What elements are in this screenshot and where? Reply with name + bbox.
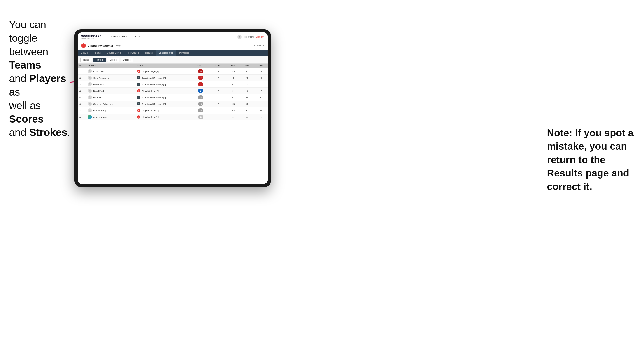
- col-header-team: TEAM: [136, 64, 192, 68]
- tournament-title-area: C Clippd Invitational (Men): [81, 43, 122, 48]
- tab-results[interactable]: Results: [142, 50, 156, 56]
- team-logo-icon: C: [137, 89, 140, 92]
- total-cell: +11: [192, 114, 210, 120]
- player-name: David Ford: [93, 90, 104, 92]
- tab-teams[interactable]: Teams: [91, 50, 104, 56]
- col-header-player: PLAYER: [86, 64, 136, 68]
- top-nav: SCOREBOARD Powered by clippd TOURNAMENTS…: [78, 32, 268, 41]
- table-row: 2 Chris Robertson S Scoreboard Universit…: [78, 75, 268, 81]
- score-badge: -2: [198, 82, 204, 86]
- user-name: Test User |: [243, 36, 254, 38]
- tab-leaderboards[interactable]: Leaderboards: [156, 50, 176, 56]
- total-cell: +6: [192, 101, 210, 107]
- logo-text: SCOREBOARD: [81, 35, 101, 37]
- sub-nav: Details Teams Course Setup Tee Groups Re…: [78, 50, 268, 56]
- team-cell: S Scoreboard University [A]: [136, 101, 192, 107]
- rd1-cell: +5: [226, 101, 240, 107]
- player-name: Rees Britt: [93, 96, 103, 99]
- score-badge: +1: [198, 95, 204, 99]
- player-cell: Rich Butler: [86, 81, 136, 88]
- leaderboard-table: # PLAYER TEAM TOTAL THRU RD1 RD2 RD3 1 E…: [78, 64, 268, 184]
- rank-cell: 8: [78, 114, 86, 120]
- team-cell: C Clippd College [A]: [136, 107, 192, 114]
- tab-course-setup[interactable]: Course Setup: [104, 50, 124, 56]
- nav-teams[interactable]: TEAMS: [130, 34, 143, 39]
- cancel-button[interactable]: Cancel ✕: [254, 44, 264, 47]
- player-name: Elliot Ebert: [93, 70, 104, 73]
- table-row: 4 David Ford C Clippd College [A] E F +1…: [78, 88, 268, 94]
- table-row: 3 Rich Butler S Scoreboard University [A…: [78, 81, 268, 88]
- toggle-strokes-button[interactable]: Strokes: [120, 58, 133, 62]
- col-header-thru: THRU: [210, 64, 227, 68]
- player-cell: Cameron Robertson: [86, 101, 136, 107]
- player-cell: Marcus Turners: [86, 114, 136, 120]
- team-name: Scoreboard University [A]: [142, 77, 166, 79]
- svg-point-2: [90, 77, 90, 78]
- tab-printables[interactable]: Printables: [176, 50, 192, 56]
- nav-right: Test User | Sign out: [238, 35, 264, 39]
- clippd-logo-icon: C: [81, 43, 86, 48]
- tab-details[interactable]: Details: [78, 50, 91, 56]
- team-logo-icon: S: [137, 76, 140, 79]
- col-header-rd2: RD2: [240, 64, 254, 68]
- total-cell: +1: [192, 94, 210, 101]
- team-cell: C Clippd College [A]: [136, 114, 192, 120]
- avatar: [88, 89, 92, 93]
- avatar: [88, 82, 92, 86]
- rank-cell: 5: [78, 94, 86, 101]
- avatar: [88, 108, 92, 113]
- player-name: Cameron Robertson: [93, 103, 113, 105]
- table-row: 5 Rees Britt S Scoreboard University [A]…: [78, 94, 268, 101]
- team-logo-icon: C: [137, 70, 140, 73]
- table-row: 7 Blair McHarg C Clippd College [A] +8 F…: [78, 107, 268, 114]
- thru-cell: F: [210, 68, 227, 75]
- score-badge: +6: [198, 102, 204, 106]
- team-name: Clippd College [A]: [142, 70, 159, 73]
- left-annotation: You can toggle between Teams and Players…: [9, 18, 77, 139]
- player-cell: Elliot Ebert: [86, 68, 136, 75]
- toggle-players-button[interactable]: Players: [93, 58, 106, 62]
- nav-tournaments[interactable]: TOURNAMENTS: [106, 34, 129, 39]
- rd3-cell: -5: [254, 68, 268, 75]
- rank-cell: 3: [78, 81, 86, 88]
- tablet-frame: SCOREBOARD Powered by clippd TOURNAMENTS…: [74, 29, 271, 187]
- score-badge: +8: [198, 108, 204, 113]
- nav-links: TOURNAMENTS TEAMS: [106, 34, 237, 39]
- thru-cell: F: [210, 107, 227, 114]
- thru-cell: F: [210, 75, 227, 81]
- tab-tee-groups[interactable]: Tee Groups: [124, 50, 142, 56]
- rd2-cell: -4: [240, 88, 254, 94]
- player-name: Marcus Turners: [93, 116, 108, 118]
- team-name: Scoreboard University [A]: [142, 96, 166, 99]
- right-annotation: Note: If you spot a mistake, you can ret…: [547, 126, 637, 193]
- col-header-rd3: RD3: [254, 64, 268, 68]
- score-badge: -4: [198, 76, 204, 80]
- sign-out-link[interactable]: Sign out: [256, 36, 264, 38]
- thru-cell: F: [210, 94, 227, 101]
- rd3-cell: E: [254, 94, 268, 101]
- tournament-name: Clippd Invitational (Men): [88, 44, 122, 47]
- logo-sub: Powered by clippd: [81, 37, 101, 39]
- table-row: 8 Marcus Turners C Clippd College [A] +1…: [78, 114, 268, 120]
- thru-cell: F: [210, 114, 227, 120]
- toggle-teams-button[interactable]: Teams: [80, 58, 92, 62]
- thru-cell: F: [210, 88, 227, 94]
- thru-cell: F: [210, 81, 227, 88]
- rd1-cell: +1: [226, 94, 240, 101]
- svg-point-7: [90, 110, 90, 111]
- score-badge: E: [198, 89, 204, 93]
- svg-point-5: [90, 96, 90, 98]
- player-name: Blair McHarg: [93, 109, 106, 112]
- rd2-cell: E: [240, 94, 254, 101]
- col-header-total: TOTAL: [192, 64, 210, 68]
- rank-cell: 6: [78, 101, 86, 107]
- toggle-scores-button[interactable]: Scores: [107, 58, 119, 62]
- rd3-cell: +2: [254, 114, 268, 120]
- player-cell: Chris Robertson: [86, 75, 136, 81]
- rd1-cell: -5: [226, 75, 240, 81]
- svg-point-4: [90, 90, 90, 91]
- rd3-cell: -4: [254, 75, 268, 81]
- rd2-cell: +1: [240, 107, 254, 114]
- total-cell: E: [192, 88, 210, 94]
- team-logo-icon: S: [137, 96, 140, 99]
